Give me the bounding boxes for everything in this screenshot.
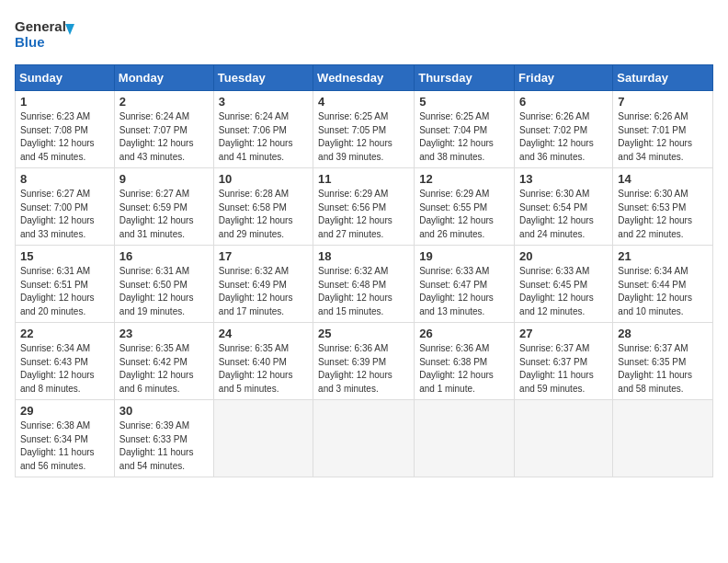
day-number: 26 bbox=[419, 327, 509, 340]
day-info: Sunrise: 6:39 AM Sunset: 6:33 PM Dayligh… bbox=[119, 419, 209, 473]
day-info: Sunrise: 6:38 AM Sunset: 6:34 PM Dayligh… bbox=[20, 419, 109, 473]
day-number: 5 bbox=[419, 95, 509, 109]
calendar-cell: 22Sunrise: 6:34 AM Sunset: 6:43 PM Dayli… bbox=[16, 323, 115, 400]
calendar-cell: 10Sunrise: 6:28 AM Sunset: 6:58 PM Dayli… bbox=[213, 168, 313, 246]
day-number: 17 bbox=[219, 249, 308, 263]
calendar-cell: 26Sunrise: 6:36 AM Sunset: 6:38 PM Dayli… bbox=[415, 323, 515, 400]
day-info: Sunrise: 6:32 AM Sunset: 6:49 PM Dayligh… bbox=[219, 265, 308, 318]
calendar-cell: 1Sunrise: 6:23 AM Sunset: 7:08 PM Daylig… bbox=[16, 91, 115, 168]
calendar-cell: 3Sunrise: 6:24 AM Sunset: 7:06 PM Daylig… bbox=[213, 91, 313, 168]
day-info: Sunrise: 6:30 AM Sunset: 6:53 PM Dayligh… bbox=[618, 188, 708, 241]
calendar-cell: 8Sunrise: 6:27 AM Sunset: 7:00 PM Daylig… bbox=[16, 168, 115, 246]
day-number: 13 bbox=[519, 172, 608, 186]
calendar-cell: 23Sunrise: 6:35 AM Sunset: 6:42 PM Dayli… bbox=[114, 323, 213, 400]
day-info: Sunrise: 6:25 AM Sunset: 7:05 PM Dayligh… bbox=[318, 110, 409, 164]
calendar-cell bbox=[415, 400, 515, 477]
calendar-cell: 7Sunrise: 6:26 AM Sunset: 7:01 PM Daylig… bbox=[613, 91, 713, 168]
day-info: Sunrise: 6:28 AM Sunset: 6:58 PM Dayligh… bbox=[219, 188, 308, 241]
day-number: 24 bbox=[219, 327, 308, 340]
day-number: 9 bbox=[119, 172, 209, 186]
day-number: 18 bbox=[318, 249, 409, 263]
day-info: Sunrise: 6:31 AM Sunset: 6:51 PM Dayligh… bbox=[20, 265, 109, 318]
day-info: Sunrise: 6:27 AM Sunset: 7:00 PM Dayligh… bbox=[20, 188, 109, 241]
calendar-cell: 6Sunrise: 6:26 AM Sunset: 7:02 PM Daylig… bbox=[515, 91, 613, 168]
svg-text:Blue: Blue bbox=[15, 34, 45, 50]
day-info: Sunrise: 6:25 AM Sunset: 7:04 PM Dayligh… bbox=[419, 110, 509, 164]
weekday-header-row: SundayMondayTuesdayWednesdayThursdayFrid… bbox=[16, 65, 713, 91]
page-header: General Blue bbox=[15, 15, 713, 53]
week-row-3: 15Sunrise: 6:31 AM Sunset: 6:51 PM Dayli… bbox=[16, 246, 713, 323]
weekday-header-monday: Monday bbox=[114, 65, 213, 91]
day-number: 6 bbox=[519, 95, 608, 109]
day-info: Sunrise: 6:34 AM Sunset: 6:44 PM Dayligh… bbox=[618, 265, 708, 318]
day-info: Sunrise: 6:31 AM Sunset: 6:50 PM Dayligh… bbox=[119, 265, 209, 318]
weekday-header-friday: Friday bbox=[515, 65, 613, 91]
calendar-cell: 16Sunrise: 6:31 AM Sunset: 6:50 PM Dayli… bbox=[114, 246, 213, 323]
calendar-cell: 9Sunrise: 6:27 AM Sunset: 6:59 PM Daylig… bbox=[114, 168, 213, 246]
day-number: 25 bbox=[318, 327, 409, 340]
weekday-header-tuesday: Tuesday bbox=[213, 65, 313, 91]
calendar-cell: 17Sunrise: 6:32 AM Sunset: 6:49 PM Dayli… bbox=[213, 246, 313, 323]
calendar-cell: 13Sunrise: 6:30 AM Sunset: 6:54 PM Dayli… bbox=[515, 168, 613, 246]
week-row-1: 1Sunrise: 6:23 AM Sunset: 7:08 PM Daylig… bbox=[16, 91, 713, 168]
calendar-cell: 25Sunrise: 6:36 AM Sunset: 6:39 PM Dayli… bbox=[313, 323, 415, 400]
day-info: Sunrise: 6:26 AM Sunset: 7:02 PM Dayligh… bbox=[519, 110, 608, 164]
svg-text:General: General bbox=[15, 18, 66, 34]
weekday-header-saturday: Saturday bbox=[613, 65, 713, 91]
calendar-cell: 24Sunrise: 6:35 AM Sunset: 6:40 PM Dayli… bbox=[213, 323, 313, 400]
week-row-4: 22Sunrise: 6:34 AM Sunset: 6:43 PM Dayli… bbox=[16, 323, 713, 400]
calendar-cell: 14Sunrise: 6:30 AM Sunset: 6:53 PM Dayli… bbox=[613, 168, 713, 246]
calendar-cell bbox=[515, 400, 613, 477]
day-info: Sunrise: 6:37 AM Sunset: 6:37 PM Dayligh… bbox=[519, 342, 608, 396]
day-info: Sunrise: 6:37 AM Sunset: 6:35 PM Dayligh… bbox=[618, 342, 708, 396]
day-number: 20 bbox=[519, 249, 608, 263]
calendar-cell: 15Sunrise: 6:31 AM Sunset: 6:51 PM Dayli… bbox=[16, 246, 115, 323]
calendar-cell: 28Sunrise: 6:37 AM Sunset: 6:35 PM Dayli… bbox=[613, 323, 713, 400]
day-number: 27 bbox=[519, 327, 608, 340]
day-info: Sunrise: 6:35 AM Sunset: 6:42 PM Dayligh… bbox=[119, 342, 209, 396]
day-info: Sunrise: 6:33 AM Sunset: 6:47 PM Dayligh… bbox=[419, 265, 509, 318]
calendar-cell bbox=[213, 400, 313, 477]
weekday-header-wednesday: Wednesday bbox=[313, 65, 415, 91]
weekday-header-thursday: Thursday bbox=[415, 65, 515, 91]
day-number: 12 bbox=[419, 172, 509, 186]
calendar-cell: 20Sunrise: 6:33 AM Sunset: 6:45 PM Dayli… bbox=[515, 246, 613, 323]
day-info: Sunrise: 6:33 AM Sunset: 6:45 PM Dayligh… bbox=[519, 265, 608, 318]
day-info: Sunrise: 6:24 AM Sunset: 7:06 PM Dayligh… bbox=[219, 110, 308, 164]
calendar-cell bbox=[613, 400, 713, 477]
day-number: 10 bbox=[219, 172, 308, 186]
day-number: 1 bbox=[20, 95, 109, 109]
day-number: 4 bbox=[318, 95, 409, 109]
weekday-header-sunday: Sunday bbox=[16, 65, 115, 91]
day-info: Sunrise: 6:32 AM Sunset: 6:48 PM Dayligh… bbox=[318, 265, 409, 318]
svg-marker-2 bbox=[65, 24, 74, 35]
day-number: 19 bbox=[419, 249, 509, 263]
day-number: 8 bbox=[20, 172, 109, 186]
day-number: 7 bbox=[618, 95, 708, 109]
day-number: 16 bbox=[119, 249, 209, 263]
day-info: Sunrise: 6:29 AM Sunset: 6:55 PM Dayligh… bbox=[419, 188, 509, 241]
week-row-5: 29Sunrise: 6:38 AM Sunset: 6:34 PM Dayli… bbox=[16, 400, 713, 477]
calendar-cell: 4Sunrise: 6:25 AM Sunset: 7:05 PM Daylig… bbox=[313, 91, 415, 168]
day-info: Sunrise: 6:36 AM Sunset: 6:39 PM Dayligh… bbox=[318, 342, 409, 396]
day-number: 11 bbox=[318, 172, 409, 186]
calendar-cell: 12Sunrise: 6:29 AM Sunset: 6:55 PM Dayli… bbox=[415, 168, 515, 246]
calendar-cell: 27Sunrise: 6:37 AM Sunset: 6:37 PM Dayli… bbox=[515, 323, 613, 400]
day-info: Sunrise: 6:34 AM Sunset: 6:43 PM Dayligh… bbox=[20, 342, 109, 396]
calendar-cell: 29Sunrise: 6:38 AM Sunset: 6:34 PM Dayli… bbox=[16, 400, 115, 477]
calendar-cell: 11Sunrise: 6:29 AM Sunset: 6:56 PM Dayli… bbox=[313, 168, 415, 246]
day-info: Sunrise: 6:30 AM Sunset: 6:54 PM Dayligh… bbox=[519, 188, 608, 241]
day-number: 2 bbox=[119, 95, 209, 109]
day-number: 30 bbox=[119, 404, 209, 418]
day-number: 21 bbox=[618, 249, 708, 263]
day-info: Sunrise: 6:27 AM Sunset: 6:59 PM Dayligh… bbox=[119, 188, 209, 241]
calendar-table: SundayMondayTuesdayWednesdayThursdayFrid… bbox=[15, 64, 713, 477]
calendar-cell: 5Sunrise: 6:25 AM Sunset: 7:04 PM Daylig… bbox=[415, 91, 515, 168]
day-info: Sunrise: 6:36 AM Sunset: 6:38 PM Dayligh… bbox=[419, 342, 509, 396]
day-info: Sunrise: 6:29 AM Sunset: 6:56 PM Dayligh… bbox=[318, 188, 409, 241]
calendar-cell: 2Sunrise: 6:24 AM Sunset: 7:07 PM Daylig… bbox=[114, 91, 213, 168]
day-number: 14 bbox=[618, 172, 708, 186]
day-info: Sunrise: 6:24 AM Sunset: 7:07 PM Dayligh… bbox=[119, 110, 209, 164]
day-number: 28 bbox=[618, 327, 708, 340]
calendar-cell bbox=[313, 400, 415, 477]
